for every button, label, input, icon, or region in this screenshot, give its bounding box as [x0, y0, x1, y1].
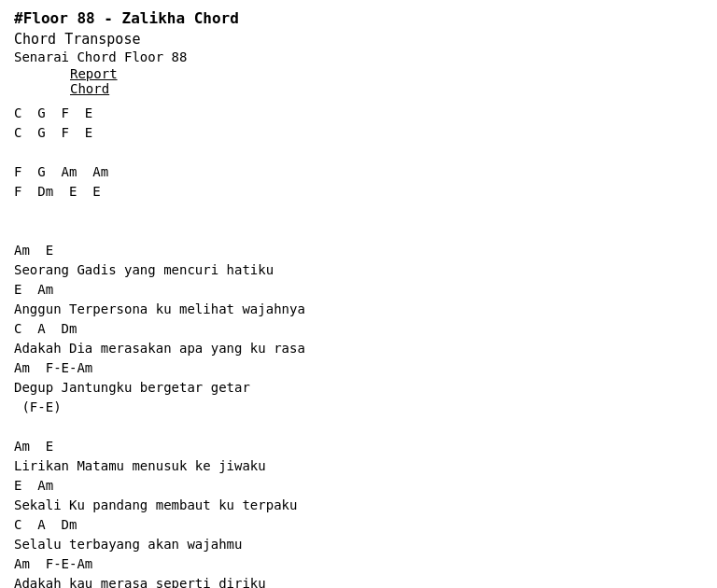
report-link[interactable]: Report — [70, 66, 703, 81]
chord-link[interactable]: Chord — [70, 81, 703, 96]
chord-transpose-label: Chord Transpose — [14, 31, 703, 48]
page-title: #Floor 88 - Zalikha Chord — [14, 9, 703, 27]
chord-content: C G F E C G F E F G Am Am F Dm E E Am E … — [14, 104, 703, 588]
senarai-chord-label: Senarai Chord Floor 88 — [14, 49, 703, 64]
